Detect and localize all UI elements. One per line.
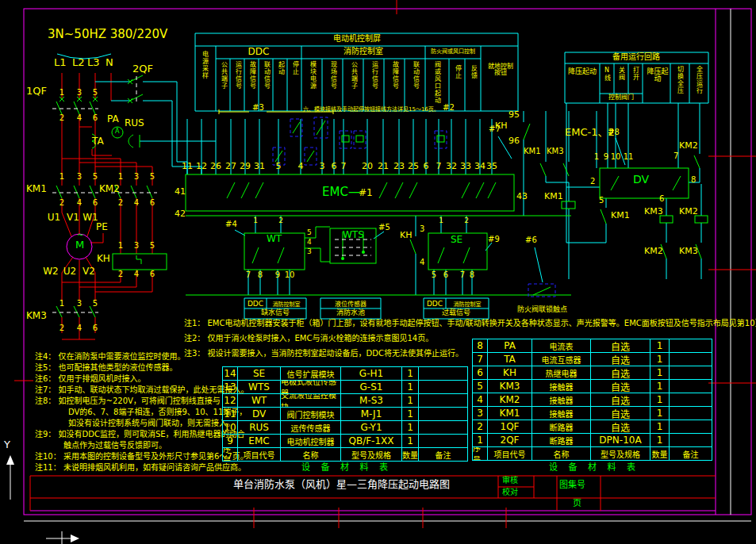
cad-schematic-canvas: 1112262729315436720212325673233343513524… xyxy=(0,0,756,544)
table-cell-parts_left-headers-1: 项目代号 xyxy=(237,447,281,462)
label-dv-top_terms-2: 10 xyxy=(611,153,621,162)
label-emc-terminals-11: 20 xyxy=(362,162,373,171)
label-power-phase_labels-3: N xyxy=(106,57,113,68)
table-cell-parts_left-headers-2: 名称 xyxy=(280,447,341,462)
label-notes_left-0: 注4： 仅在消防泵中需要液位监控时使用。 xyxy=(35,353,186,362)
table-cell-parts_left-rows-3-2: 阀门控制模块 xyxy=(280,407,341,421)
label-power-supply_label: 3N~50HZ 380/220V xyxy=(48,29,167,41)
label-blocks-se_bottom-0: 5 xyxy=(432,271,436,280)
label-blocks-se_bottom-1: 6 xyxy=(443,271,448,280)
label-signal_boxes-2-label: 过载信号 xyxy=(442,309,470,316)
table-cell-parts_left-headers-3: 型号及规格 xyxy=(340,447,402,462)
table-cell-parts_right-rows-7-2: 断路器 xyxy=(532,433,591,447)
table-cell-parts_right-rows-2-3: 自选 xyxy=(590,366,650,380)
table-cell-parts_right-rows-3-4: 1 xyxy=(650,379,670,393)
table-cell-parts_left-rows-5-1: EMC xyxy=(237,434,281,448)
table-cell-parts_right-rows-5-3: 自选 xyxy=(590,406,650,420)
label-power-top_terms-2: 5 xyxy=(150,242,155,251)
table-cell-parts_right-rows-7-1: 2QF xyxy=(487,433,532,447)
table-cell-parts_left-rows-1-1: WTS xyxy=(237,380,281,394)
label-emc-terminals-20: 35 xyxy=(486,162,497,171)
label-notes_left-2: 注6： 仅用于排烟风机时接入。 xyxy=(35,375,146,384)
table-cell-parts_right-rows-6-4: 1 xyxy=(650,419,670,434)
label-panel_table-groups-1-cols-4: 故障信号 xyxy=(391,61,397,90)
table-cell-parts_left-headers-0: 序号 xyxy=(222,447,238,462)
label-power-top_terms-2: 5 xyxy=(93,300,98,308)
label-power-pe: PE xyxy=(96,222,108,232)
label-power-bot_terms-2: 6 xyxy=(93,324,98,333)
label-signal_boxes-0-tag: DDC xyxy=(248,301,263,308)
label-power-km2: KM2 xyxy=(99,184,120,194)
label-blocks-wt_top-1: 2 xyxy=(278,217,283,224)
table-cell-parts_right-headers-3: 型号及规格 xyxy=(590,446,650,461)
table-cell-parts_left-rows-0-1: SE xyxy=(237,366,281,381)
label-emc-terminals-12: 21 xyxy=(378,162,389,171)
label-blocks-wt_bottom-3: 10 xyxy=(285,271,295,280)
label-aux_table-cells-1: N线 xyxy=(603,67,609,82)
table-cell-parts_right-rows-6-5 xyxy=(669,419,712,434)
label-panel_table-groups-2-cols-1: 停止 xyxy=(454,65,460,79)
label-dv-t7: 7 xyxy=(673,152,678,161)
label-power-bot_terms-2: 6 xyxy=(93,114,98,123)
table-cell-parts_right-rows-5-2: 接触器 xyxy=(532,406,591,420)
label-power-top_terms-1: 3 xyxy=(77,89,82,98)
table-cell-parts_left-rows-0-5 xyxy=(418,366,468,381)
label-notes_left-10: 注11： 未说明排烟风机利用，如有疑问请咨询产品供应商。 xyxy=(35,464,246,473)
table-cell-parts_right-rows-6-2: 断路器 xyxy=(532,419,591,434)
label-power-rus: RUS xyxy=(125,118,144,128)
table-cell-parts_left-rows-0-4: 1 xyxy=(401,366,419,381)
table-cell-parts_right-headers-1: 项目代号 xyxy=(487,446,532,461)
label-power-motor_terms_bot-0: W2 xyxy=(43,266,59,277)
table-cell-parts_left-rows-1-5 xyxy=(418,380,468,394)
label-panel_table-groups-0-name: DDC xyxy=(248,47,270,57)
label-blocks-se_top-1: 2 xyxy=(464,217,469,224)
table-cell-parts_left-rows-5-2: 电动机控制器 xyxy=(280,434,341,448)
table-cell-parts_right-rows-1-1: TA xyxy=(487,352,532,366)
label-dv-top_terms-0: 1 xyxy=(594,153,599,162)
table-cell-parts_left-rows-1-0: 13 xyxy=(222,380,238,394)
label-power-kh: KH xyxy=(97,254,110,264)
table-cell-parts_left-rows-5-5 xyxy=(418,434,468,448)
table-cell-parts_right-headers-5: 备注 xyxy=(669,446,712,461)
table-cell-parts_right-rows-0-1: PA xyxy=(487,339,532,353)
table-cell-parts_right-rows-6-3: 自选 xyxy=(590,419,650,434)
label-power-qf1: 1QF xyxy=(26,86,47,97)
table-cell-parts_right-rows-7-3: DPN-10A xyxy=(590,433,650,447)
label-power-bot_terms-0: 2 xyxy=(118,270,123,279)
label-emc-ref7: #7 xyxy=(489,125,501,134)
label-power-phase_labels-1: L2 xyxy=(72,57,85,68)
label-power-top_terms-2: 5 xyxy=(150,173,155,182)
table-cell-parts_left-rows-5-4: 1 xyxy=(401,434,419,448)
label-power-pa: PA xyxy=(107,114,119,125)
label-power-bot_terms-1: 4 xyxy=(134,199,139,208)
table-cell-parts_left-rows-1-3: G-S1 xyxy=(340,380,402,394)
table-cell-parts_right-rows-4-4: 1 xyxy=(650,393,670,407)
label-power-top_terms-0: 1 xyxy=(59,300,64,308)
label-power-top_terms-0: 1 xyxy=(118,173,123,182)
label-notes_top-1: 注2： 仅用于消火栓泵时接入，EMC与消火栓箱的连接示意图见14页。 xyxy=(184,335,433,343)
label-power-km3: KM3 xyxy=(26,311,47,321)
label-blocks-wt_right-1: 4 xyxy=(307,239,312,246)
label-emc-terminals-2: 26 xyxy=(210,162,221,171)
table-cell-parts_left-rows-4-5 xyxy=(418,420,468,435)
label-emc-km3_a: KM3 xyxy=(547,147,564,156)
label-panel_table-groups-2-cols-0: 阀或风口起动 xyxy=(433,61,439,104)
table-cell-parts_right-rows-0-3: 自选 xyxy=(590,339,650,353)
table-cell-parts_right-rows-5-5 xyxy=(669,406,712,420)
label-power-bot_terms-2: 6 xyxy=(93,199,98,208)
label-emc-left_top: 41 xyxy=(175,187,186,197)
table-cell-parts_right-rows-6-1: 1QF xyxy=(487,419,532,434)
label-power-top_terms-1: 3 xyxy=(77,173,82,182)
label-notes_left-5: DV的6、7、8端子相连，否则接9、10、11端子， xyxy=(68,408,247,417)
label-panel_table-right_cell: 就地控制按钮 xyxy=(485,63,516,77)
label-power-bot_terms-0: 2 xyxy=(59,114,64,123)
table-cell-parts_right-rows-7-5 xyxy=(669,433,712,447)
label-dv-t8: 8 xyxy=(691,176,696,185)
label-blocks-wt_right-2: 3 xyxy=(307,248,312,255)
label-emc-terminals-16: 7 xyxy=(436,162,442,171)
table-cell-parts_left-rows-1-2: 电极式液位传感器 xyxy=(280,380,341,394)
label-title_block-page: 页 xyxy=(573,499,581,508)
table-cell-parts_right-rows-7-0: 1 xyxy=(472,433,488,447)
label-dv-top_terms-3: 11 xyxy=(624,153,634,162)
label-power-top_terms-1: 3 xyxy=(77,300,82,308)
